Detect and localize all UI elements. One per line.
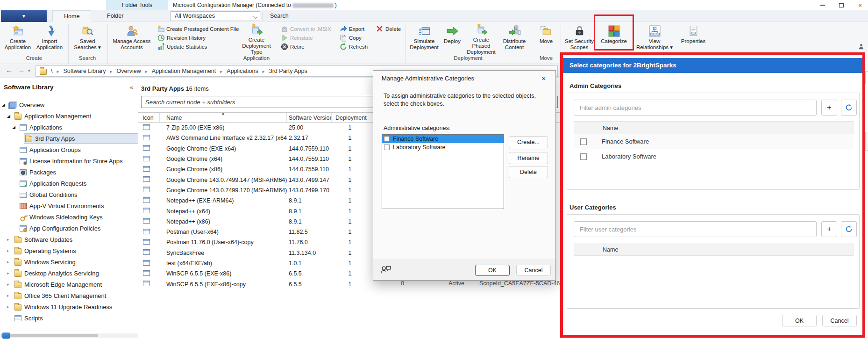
dialog-ok-button[interactable]: OK	[475, 265, 510, 276]
tree-expander-icon[interactable]: ▸	[7, 282, 14, 287]
tree-item[interactable]: ▸ Software Updates	[0, 234, 138, 245]
filter-admin-categories-input[interactable]	[574, 100, 817, 116]
move-button[interactable]: Move	[534, 23, 559, 52]
breadcrumb-item-3rd-party-apps[interactable]: 3rd Party Apps	[269, 68, 307, 74]
collapse-sidebar-icon[interactable]: «	[130, 84, 133, 91]
tree-item[interactable]: ▸ Office 365 Client Management	[0, 290, 138, 301]
tree-item[interactable]: Application Groups	[0, 144, 138, 155]
tree-expander-icon[interactable]: ▸	[7, 237, 14, 242]
sidebar-horizontal-scrollbar[interactable]	[0, 333, 138, 338]
tree-expander-icon[interactable]: ◢	[2, 102, 8, 107]
simulate-deployment-button[interactable]: Simulate Deployment	[407, 23, 441, 52]
tree-expander-icon[interactable]: ◢	[7, 114, 14, 118]
import-application-button[interactable]: Import Application	[34, 23, 65, 52]
reinstate-button[interactable]: Reinstate	[280, 33, 337, 42]
tree-expander-icon[interactable]: ▸	[7, 260, 14, 264]
category-list-item[interactable]: Laboratory Software	[382, 143, 504, 152]
tree-item[interactable]: ◢ Overview	[0, 99, 138, 110]
dialog-cancel-button[interactable]: Cancel	[516, 265, 551, 276]
delete-button[interactable]: Delete	[376, 24, 404, 33]
update-statistics-button[interactable]: Update Statistics	[157, 42, 238, 51]
saved-searches-button[interactable]: Saved Searches ▾	[70, 23, 105, 52]
tree-item[interactable]: ▸ Microsoft Edge Management	[0, 279, 138, 290]
checkbox[interactable]	[384, 145, 390, 150]
filter-user-categories-input[interactable]	[574, 221, 817, 237]
categorize-button[interactable]: Categorize	[596, 23, 632, 52]
export-button[interactable]: Export	[339, 24, 373, 33]
category-list-item[interactable]: Finance Software	[382, 135, 504, 143]
workspaces-dropdown[interactable]: All Workspaces	[171, 11, 260, 21]
maximize-button[interactable]	[837, 1, 846, 9]
deploy-button[interactable]: Deploy	[442, 23, 462, 52]
create-phased-deployment-button[interactable]: Create Phased Deployment	[463, 23, 499, 52]
retire-button[interactable]: Retire	[280, 42, 337, 51]
create-prestaged-content-file-button[interactable]: Create Prestaged Content File	[157, 24, 238, 33]
category-row[interactable]: Laboratory Software	[574, 149, 854, 164]
breadcrumb-item-software-library[interactable]: Software Library	[64, 68, 106, 74]
create-application-button[interactable]: Create Application	[3, 23, 33, 52]
tree-item[interactable]: ◢ Applications	[0, 122, 138, 133]
tree-item[interactable]: Scripts	[0, 312, 138, 324]
create-deployment-type-button[interactable]: Create Deployment Type	[236, 23, 277, 52]
category-row[interactable]: Finance Software	[574, 134, 854, 149]
panel-cancel-button[interactable]: Cancel	[822, 315, 857, 326]
back-arrow-icon[interactable]: ←	[6, 66, 13, 74]
tree-item[interactable]: ▸ Windows Servicing	[0, 256, 138, 268]
checkbox[interactable]	[580, 138, 587, 145]
minimize-button[interactable]	[818, 1, 827, 9]
checkbox[interactable]	[580, 153, 587, 160]
tree-item[interactable]: App Configuration Policies	[0, 223, 138, 234]
tree-expander-icon[interactable]: ▸	[7, 304, 14, 309]
checkbox[interactable]	[384, 136, 390, 142]
history-dropdown-icon[interactable]: ▾	[28, 68, 30, 73]
column-header-icon[interactable]: Icon	[138, 113, 160, 123]
create-category-button[interactable]: Create...	[509, 136, 548, 148]
tree-item[interactable]: 3rd Party Apps	[0, 133, 138, 144]
tree-expander-icon[interactable]: ▸	[7, 293, 14, 298]
panel-ok-button[interactable]: OK	[782, 315, 817, 326]
tab-home[interactable]: Home	[52, 10, 91, 22]
scrollbar-thumb[interactable]	[1, 334, 98, 337]
properties-button[interactable]: Properties	[677, 23, 709, 52]
tab-folder[interactable]: Folder	[96, 10, 135, 22]
tree-item[interactable]: ▸ Desktop Analytics Servicing	[0, 268, 138, 279]
tree-item[interactable]: Global Conditions	[0, 189, 138, 200]
feedback-person-icon[interactable]	[858, 43, 865, 50]
column-header-name[interactable]: ▲Name	[160, 113, 287, 123]
breadcrumb-root[interactable]: \	[51, 68, 52, 74]
copy-button[interactable]: Copy	[339, 33, 373, 42]
tree-item[interactable]: Packages	[0, 166, 138, 178]
view-relationships-button[interactable]: View Relationships ▾	[634, 23, 675, 52]
administrative-categories-listbox[interactable]: Finance Software Laboratory Software	[382, 134, 504, 209]
close-button[interactable]: ×	[856, 1, 864, 9]
dialog-close-button[interactable]: ×	[538, 73, 550, 84]
tree-expander-icon[interactable]: ◢	[12, 125, 19, 130]
set-security-scopes-button[interactable]: Set Security Scopes	[563, 23, 595, 52]
delete-category-button[interactable]: Delete	[509, 166, 548, 178]
breadcrumb-item-overview[interactable]: Overview	[117, 68, 141, 74]
forward-arrow-icon[interactable]: →	[18, 66, 25, 74]
refresh-categories-button[interactable]	[841, 100, 857, 116]
add-category-button[interactable]: +	[821, 100, 837, 116]
context-tab-folder-tools[interactable]: Folder Tools	[106, 0, 168, 10]
convert-to-msix-button[interactable]: Convert to .MSIX	[280, 24, 337, 33]
tree-item[interactable]: ▸ Operating Systems	[0, 245, 138, 256]
rename-category-button[interactable]: Rename	[509, 152, 548, 164]
manage-access-accounts-button[interactable]: Manage Access Accounts	[109, 23, 154, 52]
breadcrumb-item-applications[interactable]: Applications	[227, 68, 258, 74]
column-header-software-version[interactable]: Software Version	[287, 113, 332, 123]
tree-item[interactable]: ▸ Windows 11 Upgrade Readiness	[0, 301, 138, 312]
tree-expander-icon[interactable]: ▸	[7, 248, 14, 253]
revision-history-button[interactable]: Revision History	[157, 33, 238, 42]
tree-expander-icon[interactable]: ▸	[7, 271, 14, 275]
refresh-button[interactable]: Refresh	[339, 42, 373, 51]
tree-item[interactable]: ◢ Application Management	[0, 110, 138, 122]
refresh-categories-button[interactable]	[841, 221, 857, 237]
tree-item[interactable]: Windows Sideloading Keys	[0, 211, 138, 223]
breadcrumb-item-application-management[interactable]: Application Management	[152, 68, 216, 74]
distribute-content-button[interactable]: Distribute Content	[500, 23, 529, 52]
search-bar[interactable]: Search	[270, 10, 289, 22]
tree-item[interactable]: Application Requests	[0, 178, 138, 189]
add-category-button[interactable]: +	[821, 221, 837, 237]
app-menu-button[interactable]: ▼	[1, 10, 47, 22]
